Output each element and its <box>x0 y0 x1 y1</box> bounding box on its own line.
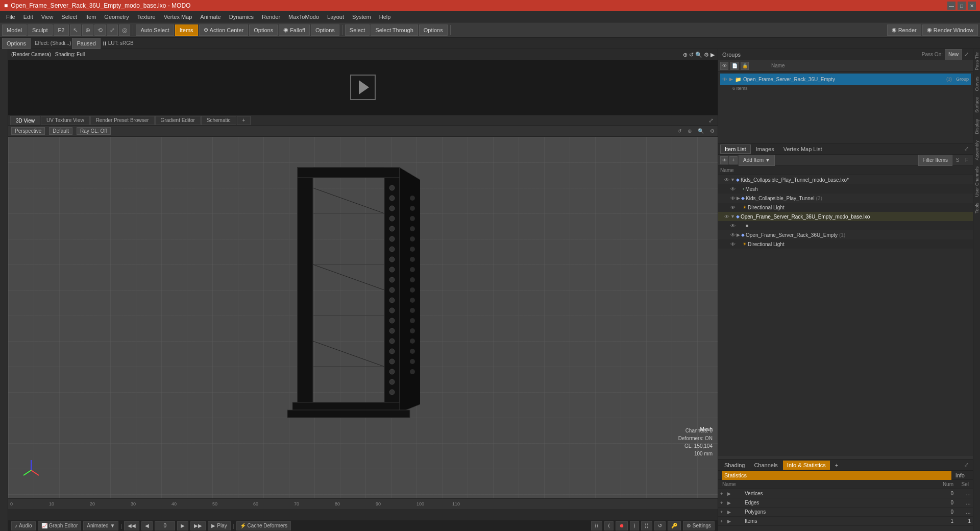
next-frame-btn[interactable]: ▶ <box>177 521 188 530</box>
options-2-btn[interactable]: Options <box>311 25 339 36</box>
expand-vp-icon[interactable]: ⤢ <box>706 117 716 124</box>
select-btn[interactable]: Select <box>345 25 370 36</box>
transport-icon-5[interactable]: ⟩⟩ <box>641 521 652 530</box>
tab-3d-view[interactable]: 3D View <box>10 116 40 125</box>
menu-texture[interactable]: Texture <box>133 11 160 22</box>
window-controls[interactable]: — □ ✕ <box>947 2 976 10</box>
transport-icon-2[interactable]: ⟨ <box>604 521 614 530</box>
stat-row-items[interactable]: + ▶ Items 1 1 <box>718 517 973 526</box>
menu-help[interactable]: Help <box>375 11 395 22</box>
menu-animate[interactable]: Animate <box>196 11 225 22</box>
record-btn[interactable]: ⏺ <box>616 521 628 530</box>
loop-btn[interactable]: ↺ <box>654 521 666 530</box>
tab-item-list[interactable]: Item List <box>720 144 751 154</box>
perspective-btn[interactable]: Perspective <box>11 127 45 135</box>
viewport-canvas[interactable]: Mesh Channels: 0 Deformers: ON GL: 150,1… <box>8 137 718 498</box>
prev-frame-btn[interactable]: ◀ <box>141 521 153 530</box>
maximize-btn[interactable]: □ <box>958 2 966 10</box>
graph-editor-btn[interactable]: 📈 Graph Editor <box>38 521 82 530</box>
paused-btn[interactable]: Paused <box>72 38 100 49</box>
far-right-user-channels[interactable]: User Channels <box>973 163 981 200</box>
tab-gradient-editor[interactable]: Gradient Editor <box>155 116 201 125</box>
expand-stats-icon[interactable]: ⤢ <box>962 462 971 468</box>
groups-tool-2[interactable]: 📄 <box>730 62 739 70</box>
preview-icon-1[interactable]: ⊕ <box>683 52 688 58</box>
menu-view[interactable]: View <box>37 11 58 22</box>
tool-icon-1[interactable]: ↖ <box>70 25 81 36</box>
vp-zoom-icon[interactable]: ⊕ <box>688 128 692 134</box>
tab-schematic[interactable]: Schematic <box>201 116 236 125</box>
play-button[interactable] <box>350 75 376 100</box>
vp-rotate-icon[interactable]: ↺ <box>677 128 681 134</box>
options-1-btn[interactable]: Options <box>249 25 278 36</box>
animated-btn[interactable]: Animated ▼ <box>83 521 118 530</box>
items-btn[interactable]: Items <box>175 25 198 36</box>
add-item-btn[interactable]: Add Item ▼ <box>739 155 775 166</box>
minimize-btn[interactable]: — <box>947 2 955 10</box>
il-eye-btn[interactable]: 👁 <box>720 156 728 164</box>
tab-shading[interactable]: Shading <box>720 461 749 470</box>
next-key-btn[interactable]: ▶▶ <box>190 521 206 530</box>
list-item[interactable]: 👁 ▪ Mesh <box>718 184 973 194</box>
menu-file[interactable]: File <box>2 11 19 22</box>
expand-il-icon[interactable]: ⤢ <box>962 146 971 152</box>
falloff-btn[interactable]: ◉ Falloff <box>279 25 310 36</box>
prev-key-btn[interactable]: ◀◀ <box>124 521 139 530</box>
list-item[interactable]: 👁 ■ <box>718 221 973 230</box>
transport-icon-4[interactable]: ⟩ <box>630 521 639 530</box>
vp-fit-icon[interactable]: 🔍 <box>698 128 704 134</box>
menu-vertex-map[interactable]: Vertex Map <box>160 11 197 22</box>
preview-icon-5[interactable]: ▶ <box>710 52 715 58</box>
vp-settings-icon[interactable]: ⚙ <box>710 128 715 134</box>
groups-tool-1[interactable]: 👁 <box>720 62 728 70</box>
tab-images[interactable]: Images <box>752 144 778 154</box>
menu-dynamics[interactable]: Dynamics <box>225 11 258 22</box>
options-3-btn[interactable]: Options <box>419 25 448 36</box>
stat-row-polygons[interactable]: + ▶ Polygons 0 … <box>718 508 973 517</box>
menu-edit[interactable]: Edit <box>19 11 37 22</box>
menu-system[interactable]: System <box>348 11 375 22</box>
tab-render-preset[interactable]: Render Preset Browser <box>90 116 155 125</box>
list-item[interactable]: 👁 ▼ ◆ Kids_Collapsible_Play_Tunnel_modo_… <box>718 175 973 184</box>
menu-item[interactable]: Item <box>81 11 100 22</box>
menu-render[interactable]: Render <box>258 11 284 22</box>
group-row[interactable]: 👁 ▶ 📁 Open_Frame_Server_Rack_36U_Empty (… <box>720 74 971 85</box>
list-item[interactable]: 👁 ▶ ◆ Open_Frame_Server_Rack_36U_Empty (… <box>718 230 973 239</box>
groups-tool-3[interactable]: 🔒 <box>741 62 749 70</box>
ray-gl-btn[interactable]: Ray GL: Off <box>77 127 111 135</box>
tab-channels[interactable]: Channels <box>750 461 781 470</box>
menu-maxtomodo[interactable]: MaxToModo <box>284 11 323 22</box>
far-right-tools[interactable]: Tools <box>973 200 981 216</box>
f2-btn[interactable]: F2 <box>54 25 69 36</box>
play-btn[interactable]: ▶ Play <box>208 521 230 530</box>
model-mode-btn[interactable]: Model <box>2 25 27 36</box>
tab-info-statistics[interactable]: Info & Statistics <box>783 461 830 470</box>
filter-items-btn[interactable]: Filter Items <box>918 155 952 166</box>
action-center-btn[interactable]: ⊕ Action Center <box>199 25 249 36</box>
options-main[interactable]: Options <box>2 38 31 49</box>
tab-add[interactable]: + <box>237 116 251 125</box>
settings-btn[interactable]: ⚙ Settings <box>683 521 715 530</box>
preview-icon-2[interactable]: ↺ <box>689 52 694 58</box>
expand-groups-icon[interactable]: ⤢ <box>964 51 969 58</box>
render-window-btn[interactable]: ◉ Render Window <box>922 25 978 36</box>
timeline-ruler[interactable]: 0 10 20 30 40 50 60 70 80 90 100 110 <box>8 499 718 509</box>
tab-add-stat[interactable]: + <box>831 461 842 470</box>
auto-select-btn[interactable]: Auto Select <box>136 25 174 36</box>
pass-new-btn[interactable]: New <box>945 49 962 60</box>
tool-icon-3[interactable]: ⟲ <box>94 25 106 36</box>
timeline-track[interactable] <box>8 509 718 520</box>
cache-deformers-btn[interactable]: ⚡ Cache Deformers <box>236 521 291 530</box>
preview-icon-3[interactable]: 🔍 <box>695 52 702 58</box>
tool-icon-4[interactable]: ⤢ <box>107 25 118 36</box>
stat-row-vertices[interactable]: + ▶ Vertices 0 … <box>718 489 973 498</box>
tab-vertex-map-list[interactable]: Vertex Map List <box>779 144 826 154</box>
preview-icon-4[interactable]: ⚙ <box>704 52 709 58</box>
close-btn[interactable]: ✕ <box>968 2 976 10</box>
far-right-assembly[interactable]: Assembly <box>973 137 981 163</box>
list-item[interactable]: 👁 ☀ Directional Light <box>718 203 973 212</box>
frame-input[interactable]: 0 <box>155 521 175 530</box>
transport-icon-1[interactable]: ⟨⟨ <box>591 521 602 530</box>
far-right-curves[interactable]: Curves <box>973 74 981 94</box>
menu-layout[interactable]: Layout <box>323 11 348 22</box>
